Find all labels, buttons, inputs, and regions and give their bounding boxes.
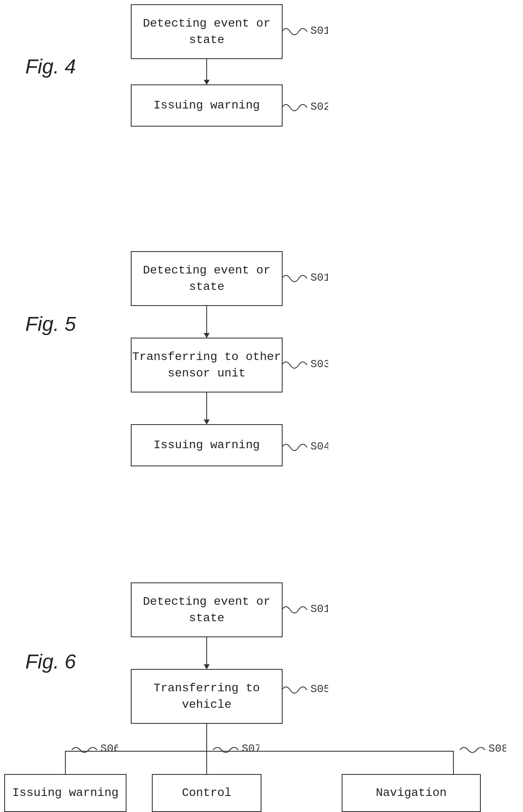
svg-text:S03: S03 (310, 358, 328, 371)
svg-text:S04: S04 (310, 440, 328, 453)
svg-text:S01: S01 (310, 603, 328, 615)
fig6-s08-wavy: S08 (460, 742, 506, 758)
fig5-arrow1 (206, 306, 207, 338)
svg-text:S02: S02 (310, 100, 328, 113)
fig6-s07-wavy: S07 (213, 742, 259, 758)
svg-text:S01: S01 (310, 24, 328, 37)
fig4-box1: Detecting event or state (131, 4, 283, 59)
fig5-s04-wavy: S04 (282, 437, 328, 458)
svg-text:S05: S05 (310, 683, 328, 696)
fig5-box3: Issuing warning (131, 424, 283, 466)
fig6-label: Fig. 6 (25, 650, 76, 673)
fig6-branch-right-down (453, 751, 454, 774)
fig4-arrow1 (206, 59, 207, 84)
svg-text:S08: S08 (488, 742, 506, 755)
fig6-arrow1 (206, 637, 207, 669)
fig6-box3: Issuing warning (4, 774, 127, 812)
fig6-s06-wavy: S06 (72, 742, 118, 758)
fig5-arrow2 (206, 392, 207, 424)
fig6-box1: Detecting event or state (131, 582, 283, 637)
fig6-box2: Transferring to vehicle (131, 669, 283, 724)
fig5-box2: Transferring to other sensor unit (131, 338, 283, 392)
fig5-s03-wavy: S03 (282, 355, 328, 376)
fig6-box4: Control (152, 774, 262, 812)
fig5-box1: Detecting event or state (131, 251, 283, 306)
fig6-s01-wavy: S01 (282, 599, 328, 620)
fig6-branch-vertical-main (206, 724, 207, 751)
fig6-box5: Navigation (342, 774, 481, 812)
fig4-s02-wavy: S02 (282, 97, 328, 118)
fig6-s05-wavy: S05 (282, 679, 328, 701)
svg-text:S07: S07 (242, 742, 259, 755)
svg-text:S01: S01 (310, 271, 328, 284)
fig5-label: Fig. 5 (25, 312, 76, 336)
fig5-s01-wavy: S01 (282, 268, 328, 289)
fig4-box2: Issuing warning (131, 84, 283, 127)
fig4-label: Fig. 4 (25, 55, 76, 78)
fig6-branch-left-down (65, 751, 66, 774)
fig6-branch-horizontal (65, 751, 453, 752)
fig4-s01-wavy: S01 (282, 21, 328, 42)
fig6-branch-center-ext (206, 751, 207, 774)
svg-text:S06: S06 (100, 742, 118, 755)
